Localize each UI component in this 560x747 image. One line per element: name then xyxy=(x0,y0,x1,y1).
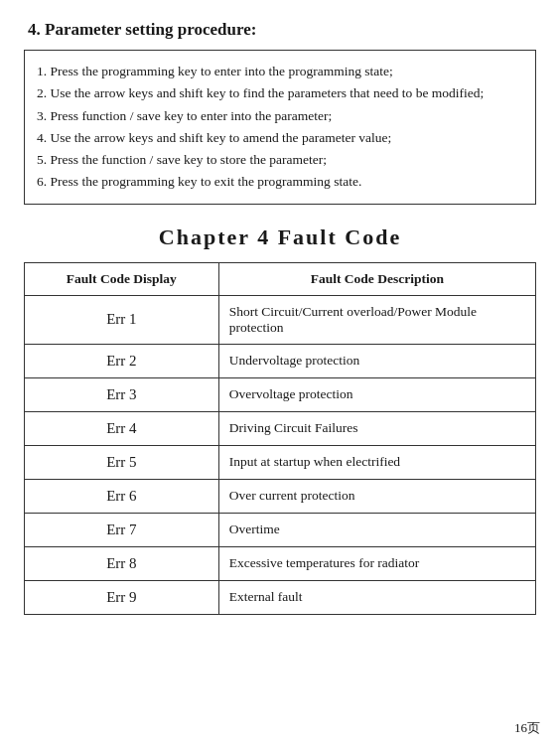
fault-code-cell: Err 1 xyxy=(25,295,219,344)
fault-code-cell: Err 6 xyxy=(25,479,219,513)
table-row: Err 1Short Circuit/Current overload/Powe… xyxy=(25,295,536,344)
section-title: 4. Parameter setting procedure: xyxy=(24,20,536,40)
instruction-line-2: 2. Use the arrow keys and shift key to f… xyxy=(37,85,484,100)
col1-header: Fault Code Display xyxy=(25,262,219,295)
fault-code-cell: Err 7 xyxy=(25,513,219,546)
table-row: Err 2Undervoltage protection xyxy=(25,344,536,377)
fault-desc-cell: Driving Circuit Failures xyxy=(218,411,535,445)
instruction-line-1: 1. Press the programming key to enter in… xyxy=(37,64,393,78)
table-row: Err 3Overvoltage protection xyxy=(25,377,536,411)
instruction-line-3: 3. Press function / save key to enter in… xyxy=(37,108,332,123)
fault-desc-cell: Short Circuit/Current overload/Power Mod… xyxy=(218,295,535,344)
fault-code-cell: Err 3 xyxy=(25,377,219,411)
fault-desc-cell: Excessive temperatures for radiator xyxy=(218,546,535,580)
table-header-row: Fault Code Display Fault Code Descriptio… xyxy=(25,262,536,295)
fault-code-cell: Err 2 xyxy=(25,344,219,377)
fault-code-cell: Err 8 xyxy=(25,546,219,580)
instructions-box: 1. Press the programming key to enter in… xyxy=(24,50,536,205)
instruction-line-5: 5. Press the function / save key to stor… xyxy=(37,152,327,167)
table-row: Err 8Excessive temperatures for radiator xyxy=(25,546,536,580)
fault-desc-cell: Undervoltage protection xyxy=(218,344,535,377)
fault-desc-cell: Input at startup when electrified xyxy=(218,445,535,479)
table-row: Err 5Input at startup when electrified xyxy=(25,445,536,479)
fault-desc-cell: Over current protection xyxy=(218,479,535,513)
fault-code-cell: Err 9 xyxy=(25,580,219,614)
table-row: Err 4Driving Circuit Failures xyxy=(25,411,536,445)
page-container: 4. Parameter setting procedure: 1. Press… xyxy=(0,0,560,747)
fault-desc-cell: Overvoltage protection xyxy=(218,377,535,411)
fault-desc-cell: External fault xyxy=(218,580,535,614)
instruction-line-4: 4. Use the arrow keys and shift key to a… xyxy=(37,130,391,145)
fault-desc-cell: Overtime xyxy=(218,513,535,546)
table-row: Err 6Over current protection xyxy=(25,479,536,513)
chapter-title: Chapter 4 Fault Code xyxy=(24,224,536,250)
instruction-line-6: 6. Press the programming key to exit the… xyxy=(37,174,361,189)
fault-code-cell: Err 4 xyxy=(25,411,219,445)
fault-code-cell: Err 5 xyxy=(25,445,219,479)
table-row: Err 9External fault xyxy=(25,580,536,614)
fault-code-table: Fault Code Display Fault Code Descriptio… xyxy=(24,262,536,615)
page-number: 16页 xyxy=(514,719,540,737)
col2-header: Fault Code Description xyxy=(218,262,535,295)
table-row: Err 7Overtime xyxy=(25,513,536,546)
